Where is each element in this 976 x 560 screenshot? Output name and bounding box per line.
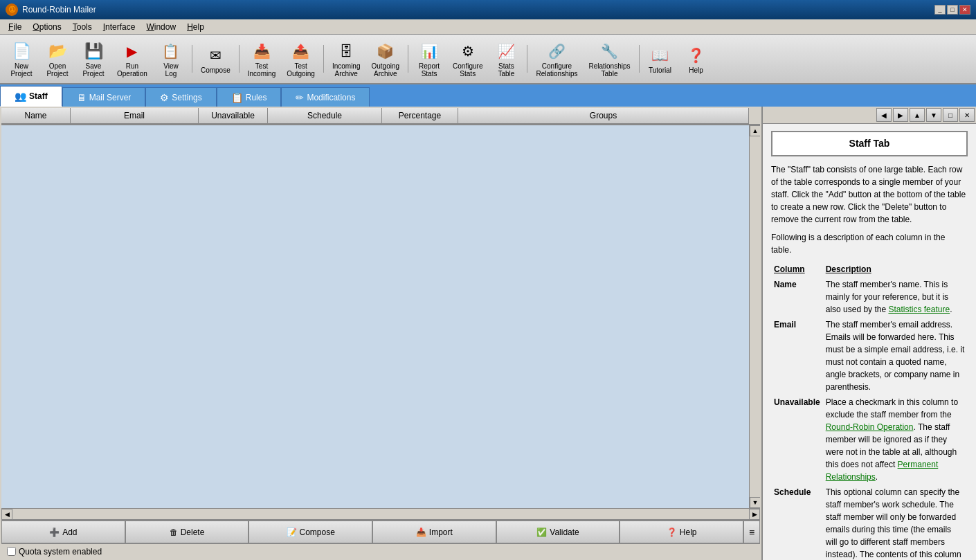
quota-checkbox[interactable] <box>7 547 16 556</box>
tab-staff[interactable]: 👥 Staff <box>0 86 62 107</box>
table-header: Name Email Unavailable Schedule Percenta… <box>1 108 760 125</box>
round-robin-operation-link[interactable]: Round-Robin Operation <box>826 422 914 432</box>
close-button[interactable]: ✕ <box>959 5 970 15</box>
help-button[interactable]: ❓ Help <box>620 521 743 543</box>
menu-file[interactable]: File <box>3 21 27 33</box>
toolbar-save-label: SaveProject <box>82 62 104 78</box>
nav-back-btn[interactable]: ◀ <box>876 108 892 122</box>
delete-button[interactable]: 🗑 Delete <box>125 521 249 543</box>
toolbar-incoming-archive[interactable]: 🗄 IncomingArchive <box>327 37 365 80</box>
toolbar-compose[interactable]: ✉ Compose <box>196 42 235 77</box>
quota-checkbox-area[interactable]: Quota system enabled <box>7 547 102 557</box>
title-bar-controls[interactable]: _ □ ✕ <box>934 5 970 15</box>
col-schedule-desc: This optional column can specify the sta… <box>823 485 968 560</box>
scroll-track-h <box>12 509 749 519</box>
statistics-feature-link[interactable]: Statistics feature <box>888 305 950 314</box>
nav-forward-btn[interactable]: ▶ <box>893 108 908 122</box>
help-btn-icon: ❓ <box>667 527 677 537</box>
outgoing-archive-icon: 📦 <box>374 40 397 62</box>
toolbar-rel-table[interactable]: 🔧 RelationshipsTable <box>584 37 635 80</box>
col-header-email[interactable]: Email <box>71 108 199 124</box>
col-header-unavailable[interactable]: Unavailable <box>199 108 268 124</box>
view-icon: 📋 <box>160 40 182 62</box>
toolbar-help[interactable]: ❓ Help <box>679 42 714 77</box>
col-header-name[interactable]: Name <box>1 108 71 124</box>
help-title: Staff Tab <box>771 131 968 156</box>
import-label: Import <box>429 527 453 537</box>
menu-interface[interactable]: Interface <box>98 21 141 33</box>
table-body[interactable] <box>1 125 749 508</box>
menu-tools[interactable]: Tools <box>67 21 98 33</box>
toolbar-open[interactable]: 📂 OpenProject <box>40 37 75 80</box>
toolbar-configure-rel[interactable]: 🔗 ConfigureRelationships <box>531 37 582 80</box>
toolbar-tutorial[interactable]: 📖 Tutorial <box>643 42 678 77</box>
nav-close-btn[interactable]: ✕ <box>959 108 975 122</box>
toolbar-outgoing-archive-label: OutgoingArchive <box>371 62 399 78</box>
toolbar-configure-stats[interactable]: ⚙ ConfigureStats <box>448 37 487 80</box>
col-column-header: Column <box>771 262 823 277</box>
col-header-groups[interactable]: Groups <box>458 108 749 124</box>
scroll-up-btn[interactable]: ▲ <box>750 125 760 136</box>
col-table-header-row: Column Description <box>771 262 968 277</box>
nav-down-btn[interactable]: ▼ <box>926 108 941 122</box>
scroll-left-btn[interactable]: ◀ <box>1 509 12 520</box>
sep6 <box>639 45 640 73</box>
col-description-header: Description <box>823 262 968 277</box>
toolbar-save[interactable]: 💾 SaveProject <box>76 37 111 80</box>
app-icon: ① <box>6 3 18 16</box>
right-panel-content: Staff Tab The "Staff" tab consists of on… <box>763 124 976 560</box>
permanent-relationships-link[interactable]: Permanent Relationships <box>826 460 939 482</box>
add-label: Add <box>62 527 77 537</box>
maximize-button[interactable]: □ <box>947 5 958 15</box>
validate-label: Validate <box>550 527 579 537</box>
tab-modifications[interactable]: ✏ Modifications <box>281 87 370 107</box>
import-button[interactable]: 📥 Import <box>372 521 496 543</box>
toolbar-stats-table[interactable]: 📈 StatsTable <box>489 37 523 80</box>
toolbar-new[interactable]: 📄 NewProject <box>4 37 39 80</box>
title-bar: ① Round-Robin Mailer _ □ ✕ <box>0 0 976 19</box>
col-name-desc: The staff member's name. This is mainly … <box>823 277 968 317</box>
delete-label: Delete <box>181 527 205 537</box>
add-button[interactable]: ➕ Add <box>1 521 125 543</box>
minimize-button[interactable]: _ <box>934 5 946 15</box>
help-following: Following is a description of each colum… <box>771 231 968 256</box>
menu-options[interactable]: Options <box>27 21 66 33</box>
toolbar-test-outgoing[interactable]: 📤 TestOutgoing <box>282 37 320 80</box>
toolbar-new-label: NewProject <box>10 62 32 78</box>
open-icon: 📂 <box>46 40 69 62</box>
sep3 <box>323 45 324 73</box>
help-icon: ❓ <box>685 44 707 66</box>
nav-up-btn[interactable]: ▲ <box>910 108 925 122</box>
menu-help[interactable]: Help <box>181 21 210 33</box>
tab-mail-server[interactable]: 🖥 Mail Server <box>62 87 146 107</box>
nav-restore-btn[interactable]: □ <box>943 108 958 122</box>
col-header-schedule[interactable]: Schedule <box>268 108 382 124</box>
toolbar-rel-table-label: RelationshipsTable <box>588 62 630 78</box>
toolbar-outgoing-archive[interactable]: 📦 OutgoingArchive <box>366 37 404 80</box>
compose-btn-label: Compose <box>300 527 335 537</box>
scrollbar-vertical[interactable]: ▲ ▼ <box>749 125 760 508</box>
toolbar-view[interactable]: 📋 ViewLog <box>154 37 188 80</box>
toolbar-run[interactable]: ▶ RunOperation <box>112 37 152 80</box>
rules-tab-icon: 📋 <box>231 92 243 103</box>
incoming-archive-icon: 🗄 <box>335 40 357 62</box>
staff-tab-icon: 👥 <box>15 91 26 102</box>
content-area: Name Email Unavailable Schedule Percenta… <box>0 107 976 560</box>
toolbar-expand-button[interactable]: ≡ <box>743 521 760 543</box>
scroll-down-btn[interactable]: ▼ <box>750 497 760 508</box>
title-bar-left: ① Round-Robin Mailer <box>6 3 96 16</box>
tab-rules[interactable]: 📋 Rules <box>217 87 282 107</box>
scrollbar-horizontal[interactable]: ◀ ▶ <box>1 508 760 519</box>
menu-window[interactable]: Window <box>141 21 181 33</box>
import-icon: 📥 <box>416 527 426 537</box>
toolbar-report-stats[interactable]: 📊 ReportStats <box>412 37 446 80</box>
toolbar-test-incoming[interactable]: 📥 TestIncoming <box>243 37 281 80</box>
scroll-track-v <box>750 136 760 497</box>
toolbar-test-incoming-label: TestIncoming <box>248 62 276 78</box>
col-header-percentage[interactable]: Percentage <box>382 108 458 124</box>
scroll-right-btn[interactable]: ▶ <box>749 509 760 520</box>
validate-button[interactable]: ✅ Validate <box>496 521 620 543</box>
tab-settings-label: Settings <box>172 93 201 102</box>
compose-button[interactable]: 📝 Compose <box>248 521 372 543</box>
tab-settings[interactable]: ⚙ Settings <box>145 87 216 107</box>
